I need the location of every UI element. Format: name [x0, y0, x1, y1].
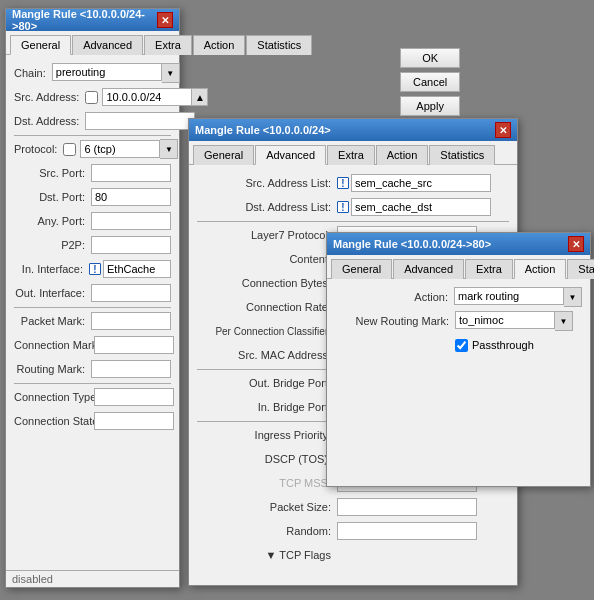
dst-address-list-row: Dst. Address List: ! [197, 197, 509, 217]
connection-bytes-label: Connection Bytes: [197, 277, 337, 289]
win2-close-button[interactable]: ✕ [495, 122, 511, 138]
dst-address-row: Dst. Address: [14, 111, 171, 131]
src-mac-label: Src. MAC Address: [197, 349, 337, 361]
src-address-list-input[interactable] [351, 174, 491, 192]
ingress-priority-label: Ingress Priority: [197, 429, 337, 441]
connection-type-input[interactable] [94, 388, 174, 406]
dst-address-list-input[interactable] [351, 198, 491, 216]
any-port-label: Any. Port: [14, 215, 91, 227]
p2p-input[interactable] [91, 236, 171, 254]
connection-mark-row: Connection Mark: [14, 335, 171, 355]
win1-status-text: disabled [12, 573, 53, 585]
win3-tab-statistics[interactable]: Statistics [567, 259, 594, 279]
win1-tab-advanced[interactable]: Advanced [72, 35, 143, 55]
action-row: Action: ▼ [335, 287, 582, 307]
src-address-expand-btn[interactable]: ▲ [192, 88, 208, 106]
routing-mark-input[interactable] [91, 360, 171, 378]
win1-status-bar: disabled [6, 570, 179, 587]
routing-mark-label: Routing Mark: [14, 363, 91, 375]
random-input[interactable] [337, 522, 477, 540]
win2-tab-general[interactable]: General [193, 145, 254, 165]
connection-mark-label: Connection Mark: [14, 339, 94, 351]
win2-title-bar: Mangle Rule <10.0.0.0/24> ✕ [189, 119, 517, 141]
chain-input[interactable] [52, 63, 162, 81]
new-routing-mark-dropdown-btn[interactable]: ▼ [555, 311, 573, 331]
win2-title: Mangle Rule <10.0.0.0/24> [195, 124, 495, 136]
win1-form: Chain: ▼ Src. Address: ▲ Dst. Address: [6, 55, 179, 443]
src-port-input[interactable] [91, 164, 171, 182]
protocol-dropdown-btn[interactable]: ▼ [160, 139, 178, 159]
connection-state-input[interactable] [94, 412, 174, 430]
packet-mark-row: Packet Mark: [14, 311, 171, 331]
in-bridge-port-label: In. Bridge Port: [197, 401, 337, 413]
connection-state-row: Connection State: [14, 411, 171, 431]
any-port-row: Any. Port: [14, 211, 171, 231]
p2p-label: P2P: [14, 239, 91, 251]
win3-close-button[interactable]: ✕ [568, 236, 584, 252]
src-port-row: Src. Port: [14, 163, 171, 183]
chain-dropdown-btn[interactable]: ▼ [162, 63, 180, 83]
win3-tab-bar: General Advanced Extra Action Statistics [327, 255, 590, 279]
dst-address-input[interactable] [85, 112, 195, 130]
action-label: Action: [335, 291, 454, 303]
action-dropdown-btn[interactable]: ▼ [564, 287, 582, 307]
dst-address-list-label: Dst. Address List: [197, 201, 337, 213]
packet-size-input[interactable] [337, 498, 477, 516]
routing-mark-row: Routing Mark: [14, 359, 171, 379]
src-address-list-icon: ! [337, 177, 349, 189]
win3-tab-extra[interactable]: Extra [465, 259, 513, 279]
win1-tab-extra[interactable]: Extra [144, 35, 192, 55]
win1-tab-statistics[interactable]: Statistics [246, 35, 312, 55]
win1-tab-general[interactable]: General [10, 35, 71, 55]
dst-port-label: Dst. Port: [14, 191, 91, 203]
dst-port-input[interactable] [91, 188, 171, 206]
main-mangle-window: Mangle Rule <10.0.0.0/24->80> ✕ General … [5, 8, 180, 588]
content-label: Content: [197, 253, 337, 265]
win2-tab-extra[interactable]: Extra [327, 145, 375, 165]
win3-tab-general[interactable]: General [331, 259, 392, 279]
win3-title-bar: Mangle Rule <10.0.0.0/24->80> ✕ [327, 233, 590, 255]
new-routing-mark-input[interactable] [455, 311, 555, 329]
chain-row: Chain: ▼ [14, 63, 171, 83]
src-address-checkbox[interactable] [85, 91, 98, 104]
tcp-flags-label[interactable]: ▼ TCP Flags [197, 549, 337, 561]
packet-size-label: Packet Size: [197, 501, 337, 513]
packet-size-row: Packet Size: [197, 497, 509, 517]
protocol-row: Protocol: ▼ [14, 139, 171, 159]
dscp-label: DSCP (TOS): [197, 453, 337, 465]
win3-tab-advanced[interactable]: Advanced [393, 259, 464, 279]
dst-port-row: Dst. Port: [14, 187, 171, 207]
win1-buttons: OK Cancel Apply [400, 48, 460, 116]
out-interface-row: Out. Interface: [14, 283, 171, 303]
protocol-input[interactable] [80, 140, 160, 158]
passthrough-checkbox[interactable] [455, 339, 468, 352]
random-row: Random: [197, 521, 509, 541]
dst-address-label: Dst. Address: [14, 115, 85, 127]
protocol-checkbox[interactable] [63, 143, 76, 156]
win3-tab-action[interactable]: Action [514, 259, 567, 279]
win2-tab-statistics[interactable]: Statistics [429, 145, 495, 165]
src-address-label: Src. Address: [14, 91, 85, 103]
any-port-input[interactable] [91, 212, 171, 230]
connection-mark-input[interactable] [94, 336, 174, 354]
src-address-list-row: Src. Address List: ! [197, 173, 509, 193]
packet-mark-input[interactable] [91, 312, 171, 330]
out-interface-input[interactable] [91, 284, 171, 302]
protocol-label: Protocol: [14, 143, 63, 155]
win2-tab-advanced[interactable]: Advanced [255, 145, 326, 165]
new-routing-mark-label: New Routing Mark: [335, 315, 455, 327]
win3-title: Mangle Rule <10.0.0.0/24->80> [333, 238, 568, 250]
win1-close-button[interactable]: ✕ [157, 12, 173, 28]
cancel-button[interactable]: Cancel [400, 72, 460, 92]
in-interface-input[interactable] [103, 260, 171, 278]
layer7-protocol-label: Layer7 Protocol: [197, 229, 337, 241]
action-input[interactable] [454, 287, 564, 305]
win3-form: Action: ▼ New Routing Mark: ▼ Passthroug… [327, 279, 590, 367]
random-label: Random: [197, 525, 337, 537]
win1-tab-action[interactable]: Action [193, 35, 246, 55]
ok-button[interactable]: OK [400, 48, 460, 68]
apply-button[interactable]: Apply [400, 96, 460, 116]
src-address-input[interactable] [102, 88, 192, 106]
win2-tab-action[interactable]: Action [376, 145, 429, 165]
action-mangle-window: Mangle Rule <10.0.0.0/24->80> ✕ General … [326, 232, 591, 487]
